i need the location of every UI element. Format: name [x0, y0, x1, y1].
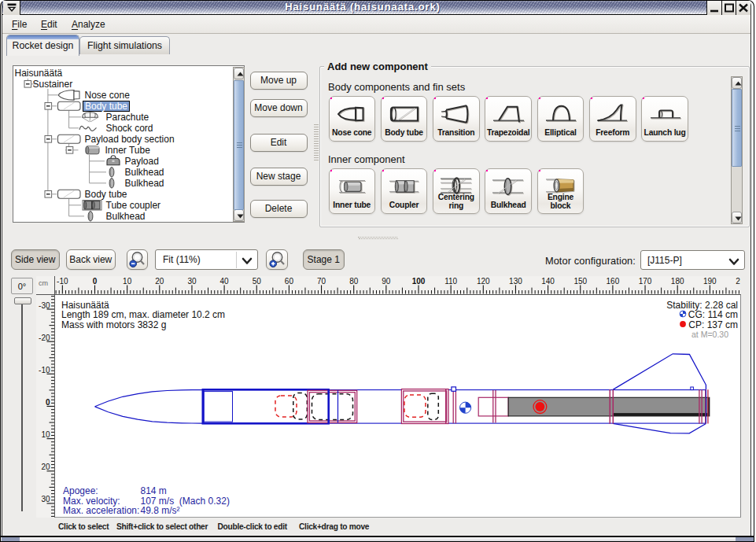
svg-text:190: 190: [703, 277, 717, 286]
svg-text:130: 130: [509, 277, 522, 286]
svg-text:90: 90: [382, 277, 391, 286]
svg-text:160: 160: [607, 277, 620, 286]
svg-text:80: 80: [349, 277, 359, 286]
svg-text:170: 170: [639, 277, 652, 286]
svg-text:-30: -30: [39, 301, 50, 310]
svg-text:180: 180: [671, 277, 684, 286]
svg-text:200: 200: [736, 277, 740, 286]
svg-text:-10: -10: [39, 366, 50, 374]
svg-text:20: 20: [41, 463, 50, 471]
svg-text:30: 30: [41, 495, 50, 503]
svg-text:10: 10: [41, 430, 50, 439]
svg-text:150: 150: [573, 277, 587, 286]
svg-text:40: 40: [220, 277, 230, 286]
svg-text:-20: -20: [39, 334, 50, 342]
svg-text:-10: -10: [57, 277, 68, 286]
svg-text:110: 110: [444, 277, 457, 286]
svg-text:60: 60: [285, 277, 294, 286]
svg-text:120: 120: [477, 277, 490, 286]
svg-text:0: 0: [46, 398, 50, 407]
svg-text:70: 70: [317, 277, 326, 286]
svg-text:140: 140: [541, 277, 555, 286]
svg-text:0: 0: [93, 277, 98, 286]
svg-text:20: 20: [155, 277, 164, 286]
svg-text:50: 50: [253, 277, 262, 286]
svg-text:10: 10: [123, 277, 132, 286]
svg-text:100: 100: [412, 277, 426, 286]
svg-text:30: 30: [187, 277, 197, 286]
